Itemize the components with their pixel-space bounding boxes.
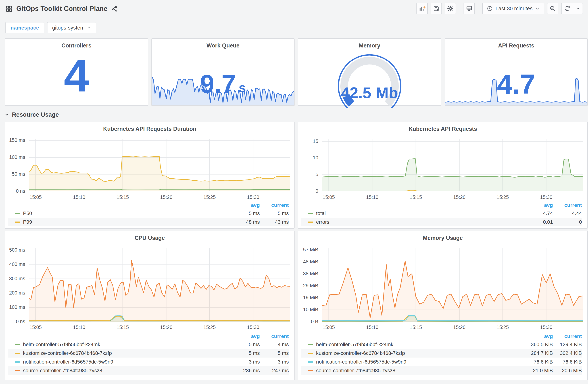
series-label[interactable]: source-controller-7fb84fc985-zvsz8 bbox=[23, 368, 229, 373]
x-tick-label: 15:10 bbox=[366, 325, 378, 330]
x-tick-label: 15:25 bbox=[497, 194, 509, 200]
x-tick-label: 15:05 bbox=[323, 325, 335, 330]
time-range-picker[interactable]: Last 30 minutes bbox=[483, 3, 544, 14]
x-tick-label: 15:05 bbox=[323, 194, 335, 200]
refresh-interval-dropdown[interactable] bbox=[573, 3, 583, 14]
requests-legend: avg current total 4.74 4.44 errors 0.01 … bbox=[301, 201, 582, 226]
series-label[interactable]: notification-controller-6d56575dc-5w9n9 bbox=[316, 359, 522, 365]
y-tick-label: 300 ms bbox=[9, 276, 25, 281]
panel-title[interactable]: Controllers bbox=[5, 43, 148, 49]
legend-col-current[interactable]: current bbox=[553, 202, 582, 208]
series-avg: 284.7 KiB bbox=[522, 350, 553, 356]
chevron-down-icon bbox=[87, 25, 91, 30]
dashboard-header: GitOps Toolkit Control Plane bbox=[5, 0, 118, 17]
series-current: 302.4 KiB bbox=[553, 350, 582, 356]
series-current: 4 ms bbox=[260, 341, 289, 347]
y-tick-label: 15 bbox=[313, 139, 318, 144]
panel-title[interactable]: CPU Usage bbox=[5, 235, 294, 241]
save-icon bbox=[433, 5, 440, 12]
controllers-stat-value: 4 bbox=[5, 50, 148, 102]
save-dashboard-button[interactable] bbox=[431, 3, 442, 14]
series-avg: 0.01 bbox=[522, 219, 553, 225]
series-label[interactable]: P50 bbox=[23, 211, 229, 216]
x-tick-label: 15:15 bbox=[117, 325, 129, 330]
panel-title[interactable]: Kubernetes API Requests Duration bbox=[5, 126, 294, 132]
legend-header: avg current bbox=[301, 333, 582, 340]
legend-col-avg[interactable]: avg bbox=[229, 202, 260, 208]
x-tick-label: 15:20 bbox=[453, 194, 465, 200]
panel-title[interactable]: API Requests bbox=[445, 43, 587, 49]
panel-title[interactable]: Kubernetes API Requests bbox=[298, 126, 587, 132]
series-avg: 21.0 MiB bbox=[522, 368, 553, 373]
x-tick-label: 15:20 bbox=[453, 325, 465, 330]
row-resource-usage[interactable]: Resource Usage bbox=[4, 110, 59, 120]
apps-grid-icon[interactable] bbox=[5, 5, 13, 12]
series-label[interactable]: total bbox=[316, 211, 522, 216]
series-avg: 3 ms bbox=[229, 359, 260, 365]
legend-row: notification-controller-6d56575dc-5w9n9 … bbox=[8, 358, 289, 366]
series-dash bbox=[308, 221, 313, 223]
series-avg: 5 ms bbox=[229, 341, 260, 347]
memory-legend: avg current helm-controller-57f9b56bbf-k… bbox=[301, 333, 582, 375]
legend-header: avg current bbox=[8, 201, 289, 209]
memory-chart-plot[interactable] bbox=[322, 248, 583, 322]
share-icon[interactable] bbox=[111, 5, 118, 12]
duration-x-axis: 15:0515:1015:1515:2015:2515:30 bbox=[29, 194, 290, 200]
legend-col-current[interactable]: current bbox=[553, 333, 582, 339]
series-label[interactable]: source-controller-7fb84fc985-zvsz8 bbox=[316, 368, 522, 373]
series-dash bbox=[15, 221, 20, 223]
legend-col-current[interactable]: current bbox=[260, 333, 289, 339]
series-label[interactable]: kustomize-controller-6c6784b468-7kzfp bbox=[23, 350, 229, 356]
y-tick-label: 150 ms bbox=[9, 137, 25, 143]
panel-memory-usage: Memory Usage 0 B10 MiB19 MiB29 MiB38 MiB… bbox=[298, 231, 588, 380]
y-tick-label: 19 MiB bbox=[303, 295, 318, 300]
series-current: 20.6 MiB bbox=[553, 368, 582, 373]
panel-title[interactable]: Memory bbox=[298, 43, 441, 49]
cpu-x-axis: 15:0515:1015:1515:2015:2515:30 bbox=[29, 325, 290, 330]
y-tick-label: 400 ms bbox=[9, 261, 25, 267]
add-panel-button[interactable] bbox=[417, 3, 428, 14]
x-tick-label: 15:15 bbox=[410, 194, 422, 200]
requests-chart-plot[interactable] bbox=[322, 139, 583, 191]
variable-value-dropdown[interactable]: gitops-system bbox=[47, 22, 96, 33]
y-tick-label: 10 bbox=[313, 155, 318, 161]
series-label[interactable]: notification-controller-6d56575dc-5w9n9 bbox=[23, 359, 229, 365]
panel-controllers: Controllers 4 bbox=[5, 38, 148, 106]
series-dash bbox=[15, 213, 20, 214]
legend-col-current[interactable]: current bbox=[260, 202, 289, 208]
panel-k8s-api-duration: Kubernetes API Requests Duration 0 ns50 … bbox=[5, 122, 294, 229]
series-label[interactable]: helm-controller-57f9b56bbf-k24mk bbox=[316, 341, 522, 347]
series-label[interactable]: P99 bbox=[23, 219, 229, 225]
series-dash bbox=[15, 370, 20, 371]
x-tick-label: 15:25 bbox=[203, 325, 216, 330]
legend-col-avg[interactable]: avg bbox=[229, 333, 260, 339]
series-dash bbox=[308, 344, 313, 345]
x-tick-label: 15:20 bbox=[160, 325, 172, 330]
legend-row: errors 0.01 0 bbox=[301, 218, 582, 226]
dashboard-settings-button[interactable] bbox=[445, 3, 456, 14]
legend-row: total 4.74 4.44 bbox=[301, 209, 582, 218]
zoom-out-button[interactable] bbox=[547, 3, 558, 14]
panel-cpu-usage: CPU Usage 0 ns100 ms200 ms300 ms400 ms50… bbox=[5, 231, 294, 380]
gauge-value: 42.5 Mb bbox=[332, 84, 408, 102]
cpu-chart-plot[interactable] bbox=[29, 248, 290, 322]
series-avg: 5 ms bbox=[229, 350, 260, 356]
refresh-button[interactable] bbox=[562, 3, 573, 14]
series-current: 5 ms bbox=[260, 211, 289, 216]
series-current: 247 ms bbox=[260, 368, 289, 373]
duration-chart-plot[interactable] bbox=[29, 139, 290, 191]
legend-row: source-controller-7fb84fc985-zvsz8 21.0 … bbox=[301, 366, 582, 375]
legend-col-avg[interactable]: avg bbox=[522, 202, 553, 208]
tv-mode-button[interactable] bbox=[463, 3, 475, 14]
series-label[interactable]: helm-controller-57f9b56bbf-k24mk bbox=[23, 341, 229, 347]
series-avg: 5 ms bbox=[229, 211, 260, 216]
series-label[interactable]: errors bbox=[316, 219, 522, 225]
panel-title[interactable]: Work Queue bbox=[152, 43, 294, 49]
x-tick-label: 15:30 bbox=[540, 325, 552, 330]
series-label[interactable]: kustomize-controller-6c6784b468-7kzfp bbox=[316, 350, 522, 356]
requests-svg bbox=[322, 139, 583, 191]
legend-col-avg[interactable]: avg bbox=[522, 333, 553, 339]
y-tick-label: 100 ms bbox=[9, 154, 25, 160]
memory-gauge[interactable]: 42.5 Mb bbox=[332, 54, 408, 109]
panel-title[interactable]: Memory Usage bbox=[298, 235, 587, 241]
